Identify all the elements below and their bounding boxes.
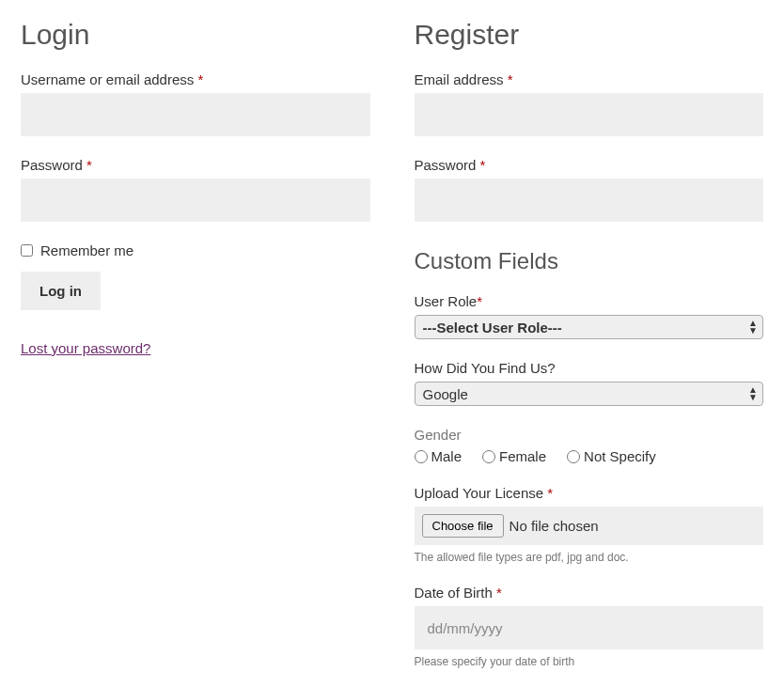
remember-me-checkbox[interactable]: [21, 244, 33, 257]
required-marker: *: [477, 293, 482, 309]
login-username-row: Username or email address *: [21, 71, 370, 136]
lost-password-link[interactable]: Lost your password?: [21, 340, 150, 356]
choose-file-button[interactable]: Choose file: [422, 514, 504, 538]
register-heading: Register: [415, 19, 764, 51]
user-role-label: User Role*: [415, 293, 764, 309]
login-username-label: Username or email address *: [21, 71, 370, 87]
upload-license-label: Upload Your License *: [415, 485, 764, 501]
login-button[interactable]: Log in: [21, 272, 101, 310]
file-chosen-text: No file chosen: [510, 518, 599, 534]
required-marker: *: [508, 71, 513, 87]
gender-notspecify-radio[interactable]: [567, 450, 580, 463]
required-marker: *: [480, 157, 486, 173]
gender-female-radio[interactable]: [482, 450, 495, 463]
register-email-label: Email address *: [415, 71, 764, 87]
login-password-row: Password *: [21, 157, 370, 222]
upload-license-row: Upload Your License * Choose file No fil…: [415, 485, 764, 564]
gender-label: Gender: [415, 427, 764, 443]
how-find-select[interactable]: Google: [415, 382, 764, 406]
gender-row: Gender Male Female Not Specify: [415, 427, 764, 464]
gender-notspecify-item[interactable]: Not Specify: [567, 448, 656, 464]
gender-female-item[interactable]: Female: [482, 448, 546, 464]
dob-input[interactable]: dd/mm/yyyy: [415, 606, 764, 649]
how-find-row: How Did You Find Us? Google ▲▼: [415, 360, 764, 406]
login-column: Login Username or email address * Passwo…: [21, 19, 370, 672]
required-marker: *: [86, 157, 92, 173]
gender-male-item[interactable]: Male: [415, 448, 463, 464]
user-role-row: User Role* ---Select User Role--- ▲▼: [415, 293, 764, 339]
register-email-input[interactable]: [415, 93, 764, 136]
register-email-row: Email address *: [415, 71, 764, 136]
gender-radio-group: Male Female Not Specify: [415, 448, 764, 464]
gender-male-radio[interactable]: [415, 450, 428, 463]
register-password-input[interactable]: [415, 179, 764, 222]
required-marker: *: [547, 485, 553, 501]
register-password-label: Password *: [415, 157, 764, 173]
login-username-input[interactable]: [21, 93, 370, 136]
login-password-label: Password *: [21, 157, 370, 173]
dob-row: Date of Birth * dd/mm/yyyy Please specif…: [415, 585, 764, 668]
remember-me-row[interactable]: Remember me: [21, 242, 370, 258]
required-marker: *: [197, 71, 203, 87]
required-marker: *: [496, 585, 502, 601]
login-password-input[interactable]: [21, 179, 370, 222]
remember-me-label: Remember me: [40, 242, 133, 258]
how-find-label: How Did You Find Us?: [415, 360, 764, 376]
register-column: Register Email address * Password * Cust…: [415, 19, 764, 672]
login-heading: Login: [21, 19, 370, 51]
custom-fields-heading: Custom Fields: [415, 248, 764, 274]
dob-label: Date of Birth *: [415, 585, 764, 601]
dob-hint: Please specify your date of birth: [415, 655, 764, 668]
upload-hint: The allowed file types are pdf, jpg and …: [415, 551, 764, 564]
register-password-row: Password *: [415, 157, 764, 222]
user-role-select[interactable]: ---Select User Role---: [415, 315, 764, 339]
file-input-wrapper[interactable]: Choose file No file chosen: [415, 507, 764, 545]
